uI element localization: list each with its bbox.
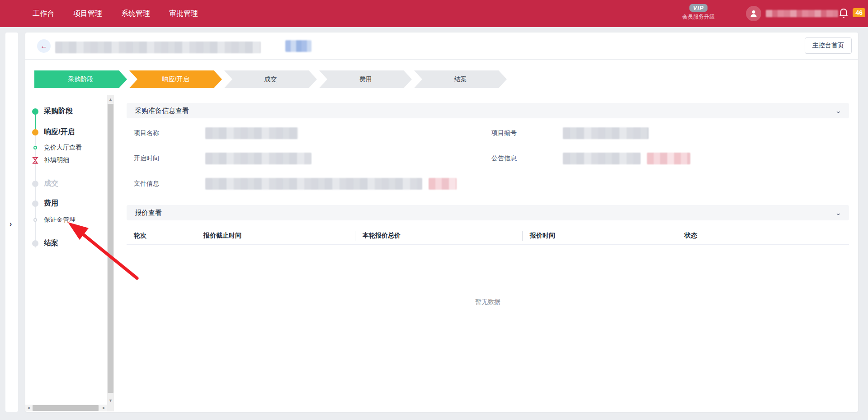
sidebar-item-label: 采购阶段 [44,107,73,116]
scroll-down-icon[interactable]: ▼ [107,397,114,404]
scroll-left-icon[interactable]: ◄ [25,405,32,411]
sidebar-item-response-open[interactable]: 响应/开启 [25,127,75,137]
table-column-round: 轮次 [127,227,196,244]
horizontal-scrollbar-thumb[interactable] [33,405,99,411]
sidebar-item-fill-details[interactable]: 补填明细 [25,156,69,164]
sidebar-item-label: 竞价大厅查看 [44,144,82,152]
step-progress-bar: 采购阶段 响应/开启 成交 费用 结案 [34,70,507,88]
sidebar-item-bidding-hall-view[interactable]: 竞价大厅查看 [25,144,82,152]
redacted-value [205,153,311,164]
sidebar-item-procurement-stage[interactable]: 采购阶段 [25,107,73,116]
console-home-button[interactable]: 主控台首页 [805,37,852,54]
redacted-link[interactable] [429,178,457,190]
back-arrow-icon: ← [40,42,47,50]
card-body: 采购阶段 响应/开启 竞价大厅查看 补填明细 [25,95,858,411]
notification-bell-icon[interactable] [838,8,849,19]
vip-icon: VIP [689,4,708,12]
scroll-right-icon[interactable]: ► [101,405,107,411]
prep-section-title: 采购准备信息查看 [135,107,189,115]
quote-section-header[interactable]: 报价查看 ⌄ [127,205,849,220]
table-column-quote-deadline: 报价截止时间 [196,227,355,244]
step-fees[interactable]: 费用 [319,70,412,88]
top-navbar: 工作台 项目管理 系统管理 审批管理 VIP 会员服务升级 46 [0,0,868,27]
sidebar-vertical-scrollbar[interactable]: ▲ ▼ [107,95,114,411]
field-label: 项目名称 [134,129,205,137]
chevron-down-icon[interactable]: ⌄ [835,210,842,216]
prep-section-header[interactable]: 采购准备信息查看 ⌄ [127,103,849,118]
sidebar-item-label: 费用 [44,199,58,208]
user-avatar[interactable] [746,6,761,21]
nav-item-approval-management[interactable]: 审批管理 [169,0,198,27]
field-label: 开启时间 [134,154,205,163]
sidebar-item-label: 保证金管理 [44,216,75,224]
notification-badge: 46 [853,8,865,17]
table-column-quote-time: 报价时间 [523,227,677,244]
timeline-dot-done [32,108,38,115]
field-project-name: 项目名称 [134,127,491,139]
sidebar-item-label: 成交 [44,179,58,188]
hourglass-icon [32,157,38,164]
timeline-dot-active [32,129,38,135]
field-label: 文件信息 [134,180,205,188]
timeline-ring-pending [33,218,37,222]
page-header: ← 主控台首页 [25,33,858,60]
page-title-redacted [55,42,261,53]
redacted-value [205,178,422,190]
step-procurement-stage[interactable]: 采购阶段 [34,70,127,88]
table-column-status: 状态 [677,227,849,244]
quote-section-title: 报价查看 [135,209,162,217]
sidebar-collapse-handle[interactable]: › [5,33,18,412]
prep-fields: 项目名称 项目编号 开启时间 公告信息 文件信息 [127,118,849,193]
step-response-open[interactable]: 响应/开启 [129,70,222,88]
field-open-time: 开启时间 [134,153,491,164]
sidebar-item-deal[interactable]: 成交 [25,179,58,188]
nav-item-project-management[interactable]: 项目管理 [73,0,102,27]
vip-upgrade-label: 会员服务升级 [674,13,723,21]
field-label: 项目编号 [491,129,563,137]
chevron-down-icon[interactable]: ⌄ [835,107,842,114]
title-badge-redacted [285,40,311,52]
redacted-value [563,127,649,139]
timeline-dot-pending [32,201,38,207]
timeline-ring-done [33,146,37,149]
field-announcement-info: 公告信息 [491,153,849,164]
sidebar-timeline: 采购阶段 响应/开启 竞价大厅查看 补填明细 [25,95,114,411]
sidebar-item-deposit-management[interactable]: 保证金管理 [25,216,75,224]
username-redacted[interactable] [766,10,838,17]
nav-item-workbench[interactable]: 工作台 [33,0,54,27]
sidebar-horizontal-scrollbar[interactable]: ◄ ► [25,405,107,411]
redacted-value [205,127,298,139]
redacted-value [563,153,641,164]
empty-state-text: 暂无数据 [127,298,849,306]
table-column-round-total-price: 本轮报价总价 [355,227,523,244]
vertical-scrollbar-thumb[interactable] [108,104,113,393]
back-button[interactable]: ← [37,39,51,53]
main-content: 采购准备信息查看 ⌄ 项目名称 项目编号 开启时间 公告信息 [114,95,858,411]
sidebar-item-closing[interactable]: 结案 [25,238,58,248]
sidebar-item-label: 补填明细 [44,156,69,164]
field-label: 公告信息 [491,154,563,163]
timeline-dot-pending [32,181,38,187]
sidebar: 采购阶段 响应/开启 竞价大厅查看 补填明细 [25,95,114,411]
quote-table-header: 轮次 报价截止时间 本轮报价总价 报价时间 状态 [127,227,849,245]
sidebar-item-fees[interactable]: 费用 [25,199,58,208]
chevron-right-icon: › [9,220,12,228]
sidebar-item-label: 响应/开启 [44,127,75,137]
timeline-dot-pending [32,240,38,247]
step-closing[interactable]: 结案 [414,70,507,88]
scroll-up-icon[interactable]: ▲ [107,96,114,103]
main-card: ← 主控台首页 采购阶段 响应/开启 成交 费用 结案 采购阶段 响应/开 [25,33,858,412]
nav-menu: 工作台 项目管理 系统管理 审批管理 [33,0,198,27]
person-icon [749,9,758,18]
step-deal[interactable]: 成交 [224,70,317,88]
sidebar-item-label: 结案 [44,238,58,248]
redacted-link[interactable] [647,153,690,164]
field-file-info: 文件信息 [134,178,491,190]
nav-item-system-management[interactable]: 系统管理 [121,0,150,27]
field-project-number: 项目编号 [491,127,849,139]
vip-upgrade[interactable]: VIP 会员服务升级 [674,4,723,21]
